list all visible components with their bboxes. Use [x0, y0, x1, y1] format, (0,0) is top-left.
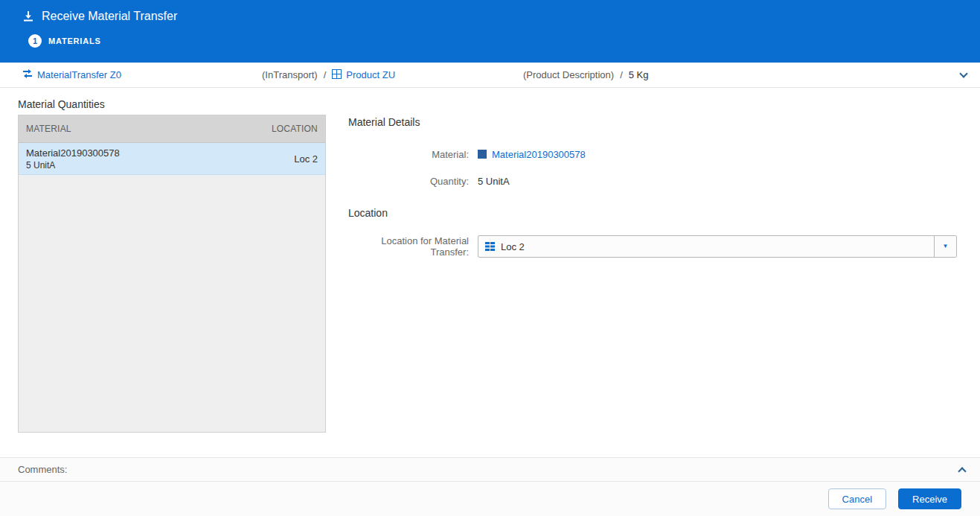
app-header: Receive Material Transfer 1 MATERIALS [0, 0, 980, 63]
material-details-panel: Material Details Material: Material20190… [348, 116, 957, 271]
material-details-title: Material Details [348, 116, 957, 128]
quantity-label: Quantity: [348, 176, 469, 187]
object-header-bar: MaterialTransfer Z0 (InTransport) / Prod… [0, 63, 980, 88]
product-link[interactable]: Product ZU [346, 69, 395, 80]
receive-icon [22, 10, 34, 22]
material-label: Material: [348, 149, 469, 160]
material-field-row: Material: Material20190300578 [348, 147, 957, 161]
transfer-status: (InTransport) [262, 69, 318, 80]
table-header-row: MATERIAL LOCATION [19, 115, 325, 143]
wizard-step-materials[interactable]: 1 MATERIALS [28, 34, 980, 48]
chevron-down-icon: ▼ [943, 243, 949, 249]
step-number-badge: 1 [28, 34, 42, 48]
separator: / [620, 69, 623, 80]
row-location: Loc 2 [294, 153, 318, 165]
location-grid-icon [485, 242, 496, 251]
header-quantity: 5 Kg [629, 69, 649, 80]
receive-material-transfer-app: Receive Material Transfer 1 MATERIALS Ma… [0, 0, 980, 516]
material-transfer-link[interactable]: MaterialTransfer Z0 [37, 69, 121, 80]
main-content: Material Quantities MATERIAL LOCATION Ma… [0, 88, 980, 457]
material-quantities-table: MATERIAL LOCATION Material20190300578 5 … [18, 115, 326, 433]
quantity-field-row: Quantity: 5 UnitA [348, 174, 957, 188]
material-link[interactable]: Material20190300578 [492, 149, 586, 160]
product-description: (Product Description) [523, 69, 614, 80]
location-field-label: Location for Material Transfer: [348, 235, 469, 258]
material-quantities-title: Material Quantities [18, 98, 105, 110]
location-field-row: Location for Material Transfer: Loc 2 [348, 235, 957, 258]
chevron-down-icon[interactable] [959, 69, 967, 77]
receive-button[interactable]: Receive [898, 488, 961, 509]
column-header-material: MATERIAL [26, 124, 71, 134]
chevron-up-icon[interactable] [958, 467, 966, 475]
column-header-location: LOCATION [272, 124, 318, 134]
page-title: Receive Material Transfer [42, 10, 177, 23]
quantity-value: 5 UnitA [478, 176, 510, 187]
cancel-button[interactable]: Cancel [828, 488, 886, 509]
material-swatch-icon [478, 150, 487, 159]
row-material: Material20190300578 [26, 147, 120, 159]
comments-section[interactable]: Comments: [0, 457, 980, 482]
comments-label: Comments: [18, 464, 67, 475]
dropdown-button[interactable]: ▼ [934, 236, 956, 257]
step-label: MATERIALS [48, 36, 101, 45]
location-title: Location [348, 207, 957, 219]
table-row[interactable]: Material20190300578 5 UnitA Loc 2 [19, 143, 325, 175]
row-quantity: 5 UnitA [26, 160, 120, 171]
product-icon [332, 69, 342, 81]
footer-toolbar: Cancel Receive [0, 482, 980, 516]
location-combobox[interactable]: Loc 2 ▼ [478, 235, 957, 258]
separator: / [324, 69, 327, 80]
material-transfer-icon [22, 69, 33, 81]
location-value: Loc 2 [501, 241, 525, 252]
